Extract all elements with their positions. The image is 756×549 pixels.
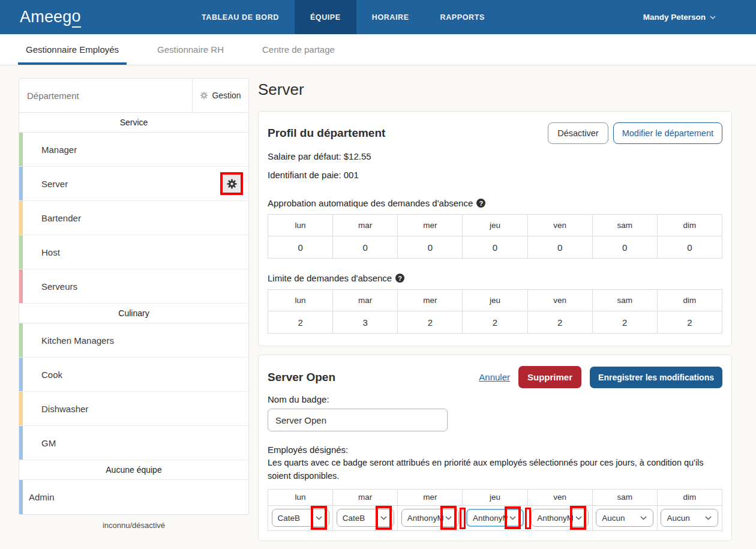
day-value: 2 [592, 311, 657, 334]
secondary-tabbar: Gestionnaire Employés Gestionnaire RH Ce… [0, 34, 756, 65]
day-header: mer [398, 489, 463, 505]
nav-item-tableau-de-bord[interactable]: TABLEAU DE BORD [186, 0, 295, 34]
badge-name-input[interactable] [268, 409, 448, 431]
payroll-id-line: Identifiant de paie: 001 [268, 170, 722, 180]
designated-employees-description: Les quarts avec ce badge seront attribué… [268, 456, 722, 483]
sidebar-item-bartender[interactable]: Bartender [19, 201, 248, 235]
employee-select-ven[interactable]: AnthonyM [531, 509, 589, 527]
table-select-row: CateB CateB An [268, 505, 722, 530]
day-header: mer [398, 290, 463, 311]
sidebar-item-kitchen-managers[interactable]: Kitchen Managers [19, 323, 248, 358]
sidebar-header: Département Gestion [19, 79, 248, 113]
profile-card-title: Profil du département [268, 127, 385, 140]
sidebar-item-host[interactable]: Host [19, 235, 248, 269]
chevron-down-icon [710, 16, 716, 19]
nav-item-horaire[interactable]: HORAIRE [356, 0, 425, 34]
help-icon[interactable]: ? [476, 199, 485, 208]
day-value: 0 [592, 236, 657, 259]
day-header: jeu [463, 215, 527, 236]
day-header: sam [592, 489, 657, 505]
absence-limit-label: Limite de demandes d'absence [268, 273, 392, 283]
tab-gestionnaire-employes[interactable]: Gestionnaire Employés [18, 34, 127, 65]
table-header-row: lun mar mer jeu ven sam dim [268, 489, 722, 505]
item-label: Cook [41, 370, 62, 380]
day-header: lun [268, 215, 333, 236]
sidebar-item-cook[interactable]: Cook [19, 358, 248, 392]
absence-limit-table: lun mar mer jeu ven sam dim 2 3 2 2 2 2 … [268, 289, 722, 334]
server-settings-gear-button[interactable] [223, 175, 241, 193]
manage-label: Gestion [212, 91, 241, 100]
selected-employee: Aucun [667, 514, 703, 523]
badge-card: Server Open Annuler Supprimer Enregistre… [258, 355, 732, 541]
selected-employee: AnthonyM [407, 514, 443, 523]
item-label: Manager [41, 145, 77, 155]
day-value: 0 [268, 236, 333, 259]
day-header: mer [398, 215, 463, 236]
page-title: Server [258, 80, 732, 99]
day-header: mar [333, 489, 398, 505]
day-value: 0 [463, 236, 527, 259]
selected-employee: CateB [278, 514, 314, 523]
user-menu[interactable]: Mandy Peterson [643, 0, 756, 34]
sidebar-item-admin[interactable]: Admin [19, 480, 248, 514]
sidebar-item-dishwasher[interactable]: Dishwasher [19, 392, 248, 426]
chevron-zone [638, 509, 649, 526]
day-header: dim [657, 215, 722, 236]
selected-employee: AnthonyM [537, 514, 573, 523]
designated-employees-label: Employés désignés: [268, 445, 722, 455]
day-value: 2 [398, 311, 463, 334]
employee-select-mar[interactable]: CateB [337, 509, 394, 527]
item-label: Serveurs [41, 281, 77, 292]
sidebar-item-manager[interactable]: Manager [19, 133, 248, 167]
red-annotation-box [573, 509, 584, 526]
day-header: lun [268, 489, 333, 505]
cancel-link[interactable]: Annuler [479, 372, 510, 382]
selected-employee: AnthonyM [473, 514, 508, 523]
day-value: 3 [333, 311, 398, 334]
item-label: Dishwasher [41, 404, 88, 414]
department-manage-button[interactable]: Gestion [192, 79, 248, 112]
brand-logo[interactable]: Ameego [0, 0, 186, 34]
employee-select-sam[interactable]: Aucun [596, 509, 653, 527]
chevron-down-icon [380, 516, 387, 520]
tab-centre-de-partage[interactable]: Centre de partage [254, 34, 343, 65]
nav-item-equipe[interactable]: ÉQUIPE [295, 0, 356, 34]
department-sidebar: Département Gestion Service Manager Serv… [19, 78, 249, 515]
sidebar-item-gm[interactable]: GM [19, 426, 248, 460]
top-navbar: Ameego TABLEAU DE BORD ÉQUIPE HORAIRE RA… [0, 0, 756, 34]
auto-approve-label: Approbation automatique des demandes d'a… [268, 198, 473, 208]
day-value: 0 [398, 236, 463, 259]
auto-approve-table: lun mar mer jeu ven sam dim 0 0 0 0 0 0 … [268, 214, 722, 259]
day-header: mar [333, 215, 398, 236]
sidebar-title: Département [19, 79, 192, 112]
chevron-zone [703, 509, 713, 526]
employee-select-jeu[interactable]: AnthonyM [466, 509, 524, 527]
sidebar-item-server[interactable]: Server [19, 167, 248, 201]
sidebar-item-serveurs[interactable]: Serveurs [19, 269, 248, 304]
item-label: Admin [29, 492, 55, 502]
selected-employee: CateB [343, 514, 379, 523]
day-header: ven [527, 215, 592, 236]
red-annotation-box [525, 508, 531, 529]
day-header: sam [592, 290, 657, 311]
red-annotation-box [220, 172, 243, 195]
item-label: Host [41, 247, 60, 257]
edit-department-button[interactable]: Modifier le département [613, 122, 722, 144]
employee-select-mer[interactable]: AnthonyM [401, 509, 459, 527]
default-salary-line: Salaire par défaut: $12.55 [268, 151, 722, 161]
chevron-down-icon [509, 516, 516, 520]
employee-select-dim[interactable]: Aucun [661, 509, 718, 527]
tab-gestionnaire-rh[interactable]: Gestionnaire RH [149, 34, 232, 65]
day-value: 2 [657, 311, 722, 334]
employee-select-lun[interactable]: CateB [272, 509, 329, 527]
deactivate-button[interactable]: Désactiver [548, 122, 608, 144]
nav-item-rapports[interactable]: RAPPORTS [425, 0, 500, 34]
delete-button[interactable]: Supprimer [518, 366, 581, 388]
help-icon[interactable]: ? [395, 274, 404, 283]
sidebar-group-header-service: Service [19, 113, 248, 133]
day-header: lun [268, 290, 333, 311]
chevron-down-icon [575, 516, 582, 520]
save-modifications-button[interactable]: Enregistrer les modifications [590, 367, 722, 388]
table-header-row: lun mar mer jeu ven sam dim [268, 290, 722, 311]
day-header: ven [527, 290, 592, 311]
